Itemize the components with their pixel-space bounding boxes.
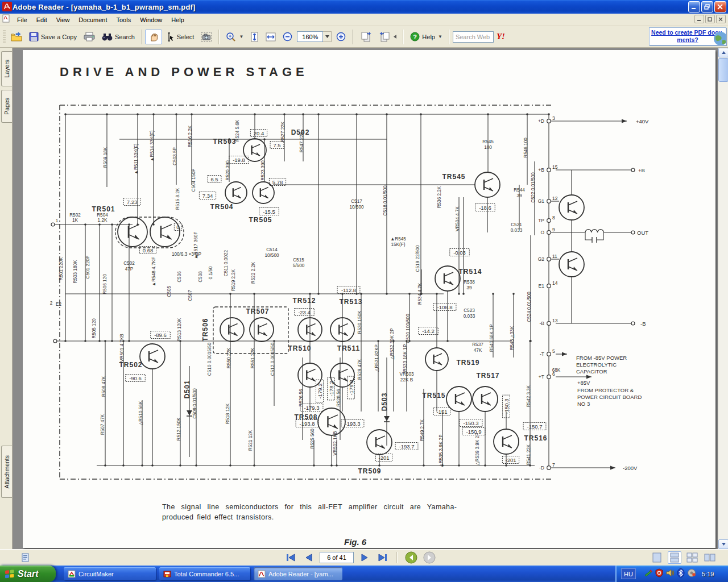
page-number-field[interactable]	[320, 552, 354, 563]
continuous-facing-view-button[interactable]	[685, 551, 699, 564]
svg-text:R509 18K: R509 18K	[103, 147, 108, 168]
zoom-level-dropdown[interactable]	[323, 31, 332, 42]
scrollbar-thumb[interactable]	[718, 58, 728, 82]
magnifier-plus-icon	[226, 32, 236, 42]
tab-layers[interactable]: Layers	[1, 51, 12, 86]
svg-text:47K: 47K	[474, 348, 482, 353]
page-forward-button[interactable]	[356, 29, 375, 44]
search-web-input[interactable]	[453, 31, 494, 43]
svg-text:-18.6: -18.6	[479, 205, 491, 211]
adobe-reader-icon	[2, 2, 12, 14]
svg-text:0.033: 0.033	[464, 314, 475, 319]
svg-text:1K: 1K	[72, 218, 78, 223]
minus-circle-icon	[283, 32, 292, 41]
svg-text:47P: 47P	[125, 267, 134, 272]
svg-text:TR514: TR514	[458, 268, 482, 276]
svg-text:D501: D501	[183, 380, 191, 399]
svg-text:-193.7: -193.7	[399, 443, 415, 450]
menu-document[interactable]: Document	[74, 15, 111, 25]
fit-height-button[interactable]	[247, 30, 262, 44]
fit-width-button[interactable]	[262, 30, 279, 44]
svg-text:9: 9	[552, 227, 555, 232]
print-button[interactable]	[80, 30, 98, 44]
task-circuitmaker[interactable]: CircuitMaker	[64, 567, 156, 580]
svg-text:Fig. 6: Fig. 6	[344, 537, 367, 547]
svg-text:R545: R545	[482, 139, 494, 144]
start-button[interactable]: Start	[0, 566, 56, 582]
document-status-icon[interactable]	[22, 553, 31, 564]
search-button[interactable]: Search	[98, 30, 138, 44]
menu-file[interactable]: File	[13, 15, 32, 25]
update-tray-icon[interactable]	[687, 568, 696, 580]
volume-tray-icon[interactable]	[665, 568, 675, 580]
mdi-close-button[interactable]	[716, 15, 726, 23]
close-button[interactable]	[714, 1, 726, 13]
svg-text:TR502: TR502	[119, 361, 142, 369]
save-a-copy-button[interactable]: Save a Copy	[26, 30, 80, 44]
svg-text:-179.8: -179.8	[348, 380, 354, 396]
svg-text:C509 0.01/500: C509 0.01/500	[192, 388, 197, 419]
menu-help[interactable]: Help	[167, 15, 189, 25]
zoom-out-button[interactable]	[279, 30, 296, 44]
menu-edit[interactable]: Edit	[32, 15, 52, 25]
vertical-scrollbar[interactable]	[718, 48, 728, 549]
minimize-button[interactable]	[688, 1, 700, 13]
snapshot-button[interactable]	[197, 30, 216, 44]
toolbar: Save a Copy Search Select ▼ 160%	[0, 26, 728, 48]
yahoo-icon[interactable]: Y!	[497, 32, 505, 41]
page-back-button[interactable]	[375, 29, 400, 44]
svg-text:20.4: 20.4	[254, 130, 264, 136]
continuous-view-button[interactable]	[668, 551, 681, 564]
mdi-minimize-button[interactable]	[694, 15, 704, 23]
task-adobe-reader[interactable]: Adobe Reader - [yam...	[254, 567, 342, 580]
svg-text:R519 2.2K: R519 2.2K	[231, 269, 236, 291]
security-alert-tray-icon[interactable]	[655, 568, 664, 580]
restore-button[interactable]	[701, 1, 713, 13]
svg-text:R533 18K 1P: R533 18K 1P	[403, 344, 408, 372]
help-caret: ▼	[438, 34, 442, 39]
menu-window[interactable]: Window	[135, 15, 167, 25]
svg-text:NO 3: NO 3	[577, 401, 590, 407]
taskbar: Start CircuitMaker Total Commander 6.5..…	[0, 566, 728, 582]
next-view-button[interactable]	[422, 551, 437, 564]
menu-tools[interactable]: Tools	[112, 15, 136, 25]
scroll-down-button[interactable]	[718, 539, 728, 549]
select-tool-button[interactable]: Select	[162, 30, 198, 44]
open-button[interactable]	[7, 30, 26, 44]
tablet-settings-tray-icon[interactable]	[644, 568, 653, 580]
svg-text:R538: R538	[464, 280, 475, 285]
toolbar-grip[interactable]	[3, 30, 6, 44]
previous-view-button[interactable]	[404, 551, 419, 564]
svg-text:+40V: +40V	[636, 118, 649, 124]
svg-text:R507 47K: R507 47K	[100, 414, 105, 435]
facing-view-button[interactable]	[703, 551, 717, 564]
previous-page-button[interactable]	[301, 551, 316, 564]
bluetooth-tray-icon[interactable]	[676, 568, 685, 580]
single-page-view-button[interactable]	[650, 551, 664, 564]
svg-text:TR519: TR519	[456, 359, 479, 367]
svg-text:FROM -85V POWER: FROM -85V POWER	[576, 355, 627, 361]
svg-text:G1: G1	[538, 198, 545, 204]
windows-logo-icon	[5, 569, 15, 579]
svg-text:R520 390: R520 390	[225, 160, 230, 181]
select-cursor-icon	[166, 32, 175, 41]
svg-text:C518 0.01/500: C518 0.01/500	[383, 185, 388, 216]
mdi-restore-button[interactable]	[705, 15, 715, 23]
last-page-button[interactable]	[375, 551, 390, 564]
hand-tool-button[interactable]	[145, 30, 162, 44]
tab-attachments[interactable]: Attachments	[1, 446, 12, 498]
create-pdf-button[interactable]: Need to create PDF docu- ments?	[649, 27, 726, 45]
first-page-button[interactable]	[283, 551, 298, 564]
next-page-button[interactable]	[357, 551, 372, 564]
svg-text:R503 180K: R503 180K	[73, 260, 78, 284]
zoom-level-field[interactable]: 160%	[297, 31, 323, 42]
tab-pages[interactable]: Pages	[1, 90, 12, 123]
menu-view[interactable]: View	[52, 15, 75, 25]
task-total-commander[interactable]: Total Commander 6.5...	[159, 567, 250, 580]
scroll-up-button[interactable]	[718, 48, 728, 57]
language-indicator[interactable]: HU	[621, 568, 636, 579]
zoom-in-button[interactable]	[333, 30, 349, 44]
zoom-in-tool-button[interactable]: ▼	[222, 30, 247, 44]
help-button[interactable]: ? Help ▼	[407, 30, 446, 44]
svg-text:▲R548 4.7KF: ▲R548 4.7KF	[151, 257, 156, 286]
